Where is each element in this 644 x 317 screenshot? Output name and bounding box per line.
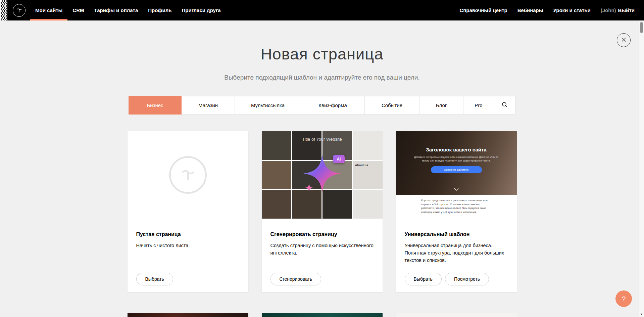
template-card-partial [128, 313, 248, 317]
template-card-ai-generate: About us Title of Your Website [262, 131, 383, 292]
preview-text-section: Коротко представьтесь и расскажите о ком… [396, 195, 517, 219]
view-button[interactable]: Посмотреть [445, 273, 489, 285]
template-card-universal: Заголовок вашего сайта Добавьте интересн… [396, 131, 517, 292]
ai-preview-image: About us Title of Your Website [262, 131, 383, 219]
nav-item-profile[interactable]: Профиль [143, 0, 177, 20]
nav-item-crm[interactable]: CRM [67, 0, 89, 20]
tab-pro[interactable]: Pro [463, 96, 494, 115]
tab-quiz-form[interactable]: Квиз-форма [301, 96, 365, 115]
nav-item-tariffs[interactable]: Тарифы и оплата [89, 0, 143, 20]
preview-site-title: Title of Your Website [262, 137, 383, 142]
template-category-tabs: Бизнес Магазин Мультиссылка Квиз-форма С… [129, 96, 515, 115]
card-title: Сгенерировать страницу [270, 231, 374, 237]
collage-tile-label: About us [353, 161, 383, 189]
search-icon [502, 102, 508, 109]
nav-item-invite-friend[interactable]: Пригласи друга [177, 0, 226, 20]
template-card-blank: Пустая страница Начать с чистого листа. … [128, 131, 248, 292]
help-button[interactable]: ? [615, 290, 632, 307]
template-preview-image [128, 313, 248, 317]
zigzag-decoration [0, 0, 7, 20]
tilda-logo[interactable] [13, 0, 26, 20]
card-title: Универсальный шаблон [405, 231, 508, 237]
blank-page-preview [128, 131, 248, 219]
universal-template-preview: Заголовок вашего сайта Добавьте интересн… [396, 131, 517, 219]
nav-item-my-sites[interactable]: Мои сайты [30, 0, 67, 20]
tab-business[interactable]: Бизнес [129, 96, 182, 115]
scrollbar[interactable]: ▼ [639, 20, 644, 317]
preview-hero-text: Добавьте интересные подробности о вашей … [411, 155, 501, 163]
nav-item-help-center[interactable]: Справочный центр [454, 0, 512, 20]
generate-button[interactable]: Сгенерировать [270, 273, 321, 285]
scrollbar-down-arrow[interactable]: ▼ [639, 313, 644, 316]
preview-hero-button: Основное действие [431, 166, 482, 173]
ai-sparkle-small-icon [305, 184, 313, 193]
card-description: Начать с чистого листа. [136, 242, 240, 250]
preview-hero: Заголовок вашего сайта Добавьте интересн… [396, 131, 517, 195]
user-name: (John) [601, 7, 616, 13]
tab-blog[interactable]: Блог [419, 96, 463, 115]
preview-hero-title: Заголовок вашего сайта [396, 131, 517, 152]
template-preview-image [262, 313, 383, 317]
page-title: Новая страница [0, 20, 644, 63]
card-title: Пустая страница [136, 231, 240, 237]
choose-button[interactable]: Выбрать [136, 273, 173, 285]
template-card-partial [396, 313, 517, 317]
tab-multilink[interactable]: Мультиссылка [235, 96, 301, 115]
ai-badge: AI [333, 155, 345, 163]
top-navigation-bar: Мои сайты CRM Тарифы и оплата Профиль Пр… [0, 0, 644, 20]
question-mark-icon: ? [622, 295, 626, 303]
template-preview-image [396, 313, 517, 317]
close-button[interactable] [617, 33, 631, 47]
nav-item-logout[interactable]: (John) Выйти [596, 0, 635, 20]
choose-button[interactable]: Выбрать [405, 273, 442, 285]
template-grid: Пустая страница Начать с чистого листа. … [128, 131, 517, 317]
main-nav: Мои сайты CRM Тарифы и оплата Профиль Пр… [30, 0, 226, 20]
tab-search[interactable] [494, 96, 515, 115]
nav-item-lessons[interactable]: Уроки и статьи [548, 0, 596, 20]
page-subtitle: Выберите подходящий шаблон и адаптируйте… [0, 74, 644, 81]
close-icon [621, 37, 627, 43]
tilda-watermark-icon [169, 156, 207, 194]
tilda-logo-icon [13, 4, 26, 17]
preview-paragraph: Коротко представьтесь и расскажите о ком… [421, 198, 491, 219]
new-page-dialog: Новая страница Выберите подходящий шабло… [0, 20, 644, 317]
card-description: Создать страницу с помощью искусственног… [270, 242, 374, 257]
tab-shop[interactable]: Магазин [182, 96, 235, 115]
secondary-nav: Справочный центр Вебинары Уроки и статьи… [454, 0, 635, 20]
card-description: Универсальная страница для бизнеса. Поня… [405, 242, 508, 264]
logout-label: Выйти [618, 7, 635, 13]
template-card-partial [262, 313, 383, 317]
nav-item-webinars[interactable]: Вебинары [512, 0, 548, 20]
chevron-down-icon [454, 186, 459, 192]
scrollbar-thumb[interactable] [640, 22, 643, 33]
tab-event[interactable]: Событие [365, 96, 419, 115]
